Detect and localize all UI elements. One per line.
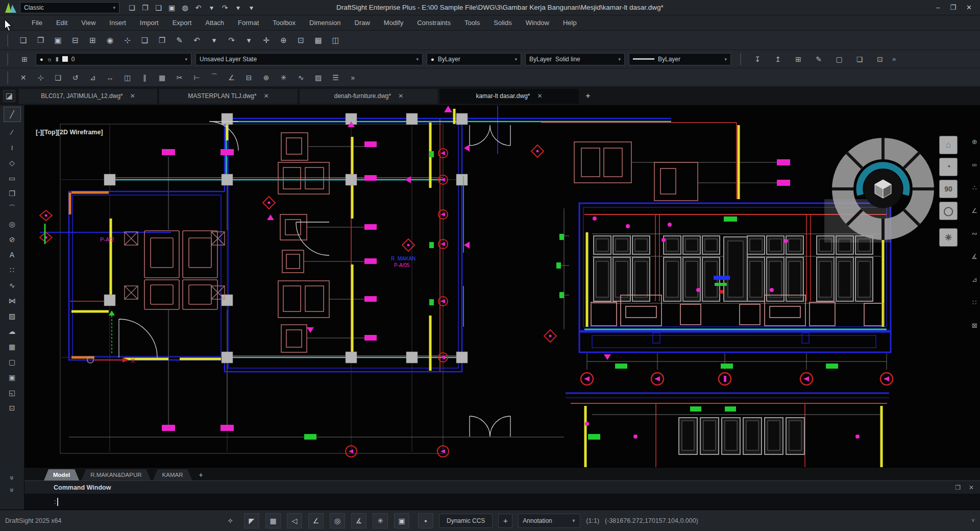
snap-indicator-icon[interactable]: ✧ <box>223 513 238 528</box>
undo-dropdown-icon[interactable]: ▾ <box>206 2 217 14</box>
copy-entity-icon[interactable]: ❑ <box>51 71 65 84</box>
split-icon[interactable]: ⊟ <box>242 71 256 84</box>
grid-toggle-icon[interactable]: ▦ <box>265 513 281 528</box>
lock-view-icon[interactable]: ⊠ <box>972 322 977 329</box>
edit-polyline-icon[interactable]: ∿ <box>294 71 308 84</box>
menu-file[interactable]: File <box>32 19 42 27</box>
line-weight-selector[interactable]: ByLayer ▾ <box>629 53 731 65</box>
copy-icon[interactable]: ❑ <box>137 33 152 47</box>
menu-help[interactable]: Help <box>563 19 577 27</box>
command-window-header[interactable]: Command Window ❐✕ <box>24 480 980 494</box>
esnap-toggle-icon[interactable]: ◎ <box>330 513 345 528</box>
close-tab-icon[interactable]: ✕ <box>398 92 403 100</box>
rotate-icon[interactable]: ↺ <box>68 71 82 84</box>
minimize-button[interactable]: – <box>936 4 940 11</box>
viewport-label[interactable]: [-][Top][2D Wireframe] <box>36 129 103 136</box>
menu-format[interactable]: Format <box>238 19 259 27</box>
annotation-scale-selector[interactable]: Annotation ▼ <box>518 514 580 528</box>
add-scale-button[interactable]: + <box>498 514 512 528</box>
point-tool-icon[interactable]: ∷ <box>4 262 21 278</box>
float-window-icon[interactable]: ❐ <box>955 484 961 491</box>
toolbar-grip[interactable] <box>7 71 8 84</box>
new-file-icon[interactable]: ❏ <box>16 33 31 47</box>
trim-icon[interactable]: ✂ <box>173 71 186 84</box>
pan-icon[interactable]: ✛ <box>259 33 274 47</box>
close-tab-icon[interactable]: ✕ <box>130 92 135 100</box>
offset-icon[interactable]: ∥ <box>138 71 152 84</box>
polyline-tool-icon[interactable]: ∕ <box>4 125 21 140</box>
node-link-icon[interactable]: ∴ <box>972 184 976 191</box>
hatch-tool-icon[interactable]: ▨ <box>4 308 21 324</box>
annotation-edit-icon[interactable]: ✎ <box>812 53 826 66</box>
layer-state-selector[interactable]: Unsaved Layer State ▾ <box>195 53 423 65</box>
toolbar-grip[interactable] <box>7 34 8 46</box>
toolbar-grip[interactable] <box>7 53 8 65</box>
region-tool-icon[interactable]: ▢ <box>4 354 21 370</box>
spline-tool-icon[interactable]: ∿ <box>4 278 21 293</box>
polygon-tool-icon[interactable]: ◇ <box>4 155 21 171</box>
home-view-button[interactable]: ⌂ <box>939 136 958 154</box>
arc-tool-icon[interactable]: ⌒ <box>4 201 21 216</box>
print-icon[interactable]: ⊟ <box>68 33 83 47</box>
more-tools-chevron[interactable]: » <box>8 476 16 480</box>
orbit-button[interactable]: ◔ <box>939 158 958 176</box>
polar-toggle-icon[interactable]: ∠ <box>308 513 324 528</box>
mask-tool-icon[interactable]: ▣ <box>4 370 21 385</box>
tab-denah-furniture[interactable]: denah-furniture.dwg* ✕ <box>300 89 438 104</box>
print-preview-icon[interactable]: ⊞ <box>85 33 100 47</box>
rotate-90-button[interactable]: 90 <box>939 180 958 198</box>
layer-settings-icon[interactable]: ⊞ <box>791 53 805 66</box>
gear-settings-icon[interactable]: ✳ <box>373 513 388 528</box>
measure-icon[interactable]: ⊿ <box>972 276 977 283</box>
menu-edit[interactable]: Edit <box>56 19 67 27</box>
new-file-icon[interactable]: ❏ <box>126 2 138 14</box>
layer-selector[interactable]: ● ☼ ▮ 0 ▾ <box>36 53 191 65</box>
circle-tool-icon[interactable]: ◎ <box>4 216 21 232</box>
stretch-icon[interactable]: ↔ <box>103 71 117 84</box>
redo-icon[interactable]: ↷ <box>224 33 239 47</box>
angle-icon[interactable]: ∡ <box>971 253 977 260</box>
toolbar-overflow-chevron[interactable]: » <box>892 55 896 63</box>
menu-window[interactable]: Window <box>526 19 549 27</box>
print-area-icon[interactable]: ▪ <box>418 513 433 528</box>
restore-button[interactable]: ❐ <box>950 4 956 11</box>
close-tab-icon[interactable]: ✕ <box>264 92 269 100</box>
line-tool-icon[interactable]: ╱ <box>4 107 21 122</box>
node-edit-tool-icon[interactable]: ⋈ <box>4 293 21 308</box>
ellipse-tool-icon[interactable]: ⊘ <box>4 232 21 247</box>
pattern-icon[interactable]: ▦ <box>155 71 169 84</box>
weld-icon[interactable]: ⊕ <box>259 71 273 84</box>
activate-layer-icon[interactable]: ↧ <box>750 53 765 66</box>
protractor-icon[interactable]: ∠ <box>971 207 977 214</box>
save-as-icon[interactable]: ❑ <box>153 2 164 14</box>
share-icon[interactable]: ◍ <box>179 2 191 14</box>
table-icon[interactable]: ▦ <box>311 33 326 47</box>
line-color-selector[interactable]: ● ByLayer ▾ <box>427 53 521 65</box>
menu-solids[interactable]: Solids <box>494 19 511 27</box>
shapes-tool-icon[interactable]: ❒ <box>4 186 21 201</box>
look-at-button[interactable]: ◯ <box>939 202 958 220</box>
chamfer-icon[interactable]: ∠ <box>225 71 238 84</box>
menu-view[interactable]: View <box>81 19 95 27</box>
paste-icon[interactable]: ❒ <box>155 33 169 47</box>
snap-points-icon[interactable]: ∷ <box>972 299 976 306</box>
drawing-canvas[interactable]: X P-A/2 R. MAKAN P-A/05 <box>24 105 980 467</box>
menu-import[interactable]: Import <box>140 19 159 27</box>
dock-collapse-chevron[interactable]: » <box>8 488 16 492</box>
layers-manager-icon[interactable]: ⊞ <box>17 53 32 66</box>
menu-constraints[interactable]: Constraints <box>417 19 451 27</box>
table-tool-icon[interactable]: ▦ <box>4 339 21 354</box>
bounds-icon[interactable]: ▢ <box>832 53 846 66</box>
zoom-icon[interactable]: ⊕ <box>276 33 291 47</box>
sheet-tab-model[interactable]: Model <box>44 469 79 480</box>
undo-dropdown-icon[interactable]: ▾ <box>207 33 222 47</box>
tab-kamar-lt-dasar[interactable]: kamar-lt dasar.dwg* ✕ <box>440 89 579 104</box>
pointer-mode-icon[interactable]: ◤ <box>244 513 259 528</box>
more-modify-icon[interactable]: » <box>346 71 360 84</box>
compare-icon[interactable]: ⊡ <box>873 53 887 66</box>
edit-hatch-icon[interactable]: ▨ <box>311 71 325 84</box>
redo-icon[interactable]: ↷ <box>219 2 231 14</box>
menu-export[interactable]: Export <box>173 19 192 27</box>
menu-tools[interactable]: Tools <box>464 19 480 27</box>
workspace-selector[interactable]: Classic ▾ <box>20 2 119 13</box>
